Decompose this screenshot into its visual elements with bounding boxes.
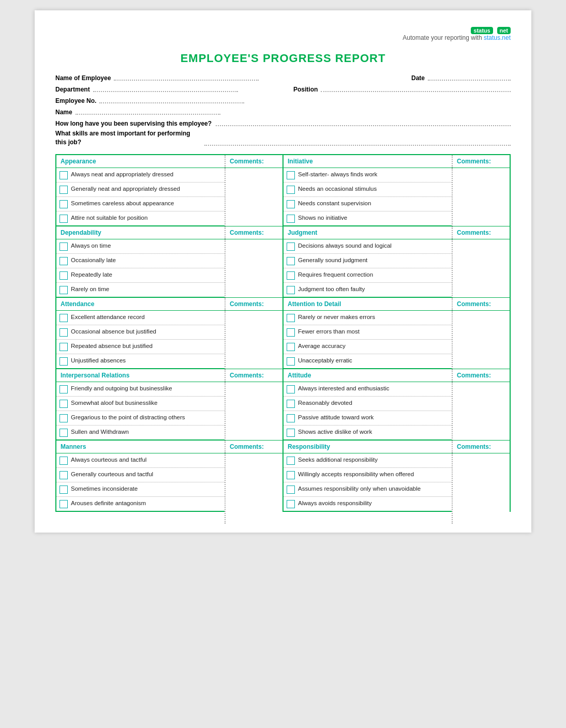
item-text: Generally sound judgment — [298, 256, 449, 265]
item-row: Gregarious to the point of distracting o… — [56, 411, 225, 426]
item-text: Sullen and Withdrawn — [71, 428, 221, 436]
checkbox[interactable] — [59, 215, 68, 223]
section-comments-attendance: Comments: — [226, 298, 282, 310]
item-row: Occasional absence but justified — [56, 325, 225, 340]
item-text: Seeks additional responsibility — [298, 456, 449, 464]
checkbox[interactable] — [287, 200, 295, 208]
checkbox[interactable] — [59, 328, 68, 337]
checkbox[interactable] — [59, 286, 68, 294]
form-fields: Name of Employee Date Department Positio… — [55, 74, 511, 147]
checkbox[interactable] — [287, 400, 295, 408]
checkbox[interactable] — [287, 385, 295, 393]
item-row: Fewer errors than most — [284, 325, 452, 340]
checkbox[interactable] — [59, 385, 68, 393]
section-title-attendance: Attendance — [56, 298, 226, 310]
q2-label: What skills are most important for perfo… — [55, 129, 200, 147]
item-row: Rarely or never makes errors — [284, 311, 452, 325]
section-comments-judgment: Comments: — [453, 226, 510, 239]
checkbox[interactable] — [287, 500, 295, 508]
checkbox[interactable] — [59, 400, 68, 408]
checkbox[interactable] — [287, 286, 295, 294]
checkbox[interactable] — [59, 343, 68, 351]
item-row: Sullen and Withdrawn — [56, 426, 225, 439]
checkbox[interactable] — [59, 429, 68, 437]
main-grid: AppearanceComments:Always neat and appro… — [55, 154, 511, 512]
section-interpersonal-relations: Interpersonal RelationsComments:Friendly… — [56, 369, 283, 440]
item-text: Friendly and outgoing but businesslike — [71, 385, 221, 393]
item-text: Willingly accepts responsibility when of… — [298, 471, 449, 479]
checkbox[interactable] — [287, 486, 295, 494]
checkbox[interactable] — [287, 271, 295, 280]
item-row: Shows no initiative — [284, 211, 452, 225]
checkbox[interactable] — [59, 500, 68, 508]
item-row: Passive attitude toward work — [284, 411, 452, 426]
item-text: Decisions always sound and logical — [298, 242, 449, 250]
checkbox[interactable] — [287, 357, 295, 366]
item-text: Excellent attendance record — [71, 313, 221, 322]
item-text: Assumes responsibility only when unavoid… — [298, 485, 449, 493]
item-row: Seeks additional responsibility — [284, 453, 452, 468]
item-text: Fewer errors than most — [298, 328, 449, 336]
checkbox[interactable] — [287, 242, 295, 251]
item-text: Rarely or never makes errors — [298, 313, 449, 322]
checkbox[interactable] — [59, 314, 68, 322]
checkbox[interactable] — [59, 257, 68, 265]
checkbox[interactable] — [287, 429, 295, 437]
item-row: Always interested and enthusiastic — [284, 382, 452, 397]
item-text: Self-starter- always finds work — [298, 171, 449, 179]
checkbox[interactable] — [287, 186, 295, 194]
section-title-dependability: Dependability — [56, 226, 226, 239]
empno-label: Employee No. — [55, 97, 96, 104]
checkbox[interactable] — [59, 171, 68, 179]
section-header-attendance: AttendanceComments: — [56, 298, 282, 311]
status-link[interactable]: status.net — [484, 34, 511, 41]
checkbox[interactable] — [59, 357, 68, 366]
checkbox[interactable] — [59, 486, 68, 494]
name-line — [114, 80, 259, 81]
checkbox[interactable] — [287, 257, 295, 265]
checkbox[interactable] — [59, 471, 68, 479]
checkbox[interactable] — [59, 186, 68, 194]
checkbox[interactable] — [59, 200, 68, 208]
item-row: Repeated absence but justified — [56, 340, 225, 354]
section-comments-interpersonal-relations: Comments: — [226, 369, 282, 382]
section-header-attitude: AttitudeComments: — [284, 369, 510, 382]
checkbox[interactable] — [287, 343, 295, 351]
section-inner-responsibility: Seeks additional responsibilityWillingly… — [284, 453, 510, 524]
item-text: Unjustified absences — [71, 357, 221, 365]
date-field-group: Date — [411, 74, 511, 82]
checkbox[interactable] — [59, 242, 68, 251]
report-title: EMPLOYEE'S PROGRESS REPORT — [55, 52, 511, 65]
item-text: Repeated absence but justified — [71, 342, 221, 351]
checkbox[interactable] — [287, 314, 295, 322]
checkbox[interactable] — [287, 215, 295, 223]
section-title-attitude: Attitude — [284, 369, 453, 382]
position-label: Position — [293, 86, 318, 93]
checkbox[interactable] — [287, 457, 295, 465]
checkbox[interactable] — [287, 328, 295, 337]
row-name-date: Name of Employee Date — [55, 74, 511, 82]
checkbox[interactable] — [59, 457, 68, 465]
checkbox[interactable] — [59, 271, 68, 280]
dept-field-group: Department — [55, 86, 273, 93]
section-initiative: InitiativeComments:Self-starter- always … — [283, 155, 510, 226]
item-row: Occasionally late — [56, 254, 225, 268]
item-row: Always avoids responsibility — [284, 497, 452, 511]
dept-line — [93, 91, 238, 92]
comments-col-manners — [226, 453, 282, 524]
section-dependability: DependabilityComments:Always on timeOcca… — [56, 226, 283, 297]
item-text: Sometimes careless about appearance — [71, 200, 221, 208]
section-comments-attention-to-detail: Comments: — [453, 298, 510, 310]
item-row: Needs an occasional stimulus — [284, 183, 452, 197]
position-field-group: Position — [293, 86, 511, 93]
q1-row: How long have you been supervising this … — [55, 120, 511, 127]
item-text: Occasionally late — [71, 256, 221, 265]
item-row: Requires frequent correction — [284, 268, 452, 283]
item-row: Somewhat aloof but businesslike — [56, 397, 225, 411]
checkbox[interactable] — [287, 414, 295, 422]
item-text: Always avoids responsibility — [298, 499, 449, 508]
checkbox[interactable] — [287, 471, 295, 479]
checkbox[interactable] — [287, 171, 295, 179]
checkbox[interactable] — [59, 414, 68, 422]
logo: status net — [55, 26, 511, 34]
